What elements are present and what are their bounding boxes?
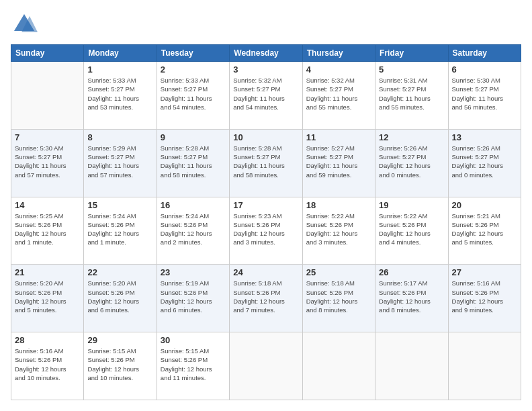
week-row-2: 7Sunrise: 5:30 AM Sunset: 5:27 PM Daylig… bbox=[11, 129, 521, 197]
day-number: 12 bbox=[379, 132, 444, 142]
calendar-cell: 13Sunrise: 5:26 AM Sunset: 5:27 PM Dayli… bbox=[448, 129, 521, 197]
calendar-cell: 21Sunrise: 5:20 AM Sunset: 5:26 PM Dayli… bbox=[11, 265, 84, 332]
calendar-cell: 15Sunrise: 5:24 AM Sunset: 5:26 PM Dayli… bbox=[84, 197, 157, 265]
day-number: 14 bbox=[15, 200, 80, 210]
calendar-cell bbox=[375, 332, 448, 400]
calendar-cell: 14Sunrise: 5:25 AM Sunset: 5:26 PM Dayli… bbox=[11, 197, 84, 265]
day-info: Sunrise: 5:18 AM Sunset: 5:26 PM Dayligh… bbox=[306, 279, 371, 314]
day-number: 25 bbox=[306, 267, 371, 277]
day-info: Sunrise: 5:20 AM Sunset: 5:26 PM Dayligh… bbox=[15, 279, 80, 314]
logo-icon bbox=[11, 11, 38, 38]
day-number: 16 bbox=[161, 200, 226, 210]
calendar-cell: 30Sunrise: 5:15 AM Sunset: 5:26 PM Dayli… bbox=[157, 332, 229, 400]
calendar-cell: 27Sunrise: 5:16 AM Sunset: 5:26 PM Dayli… bbox=[448, 265, 521, 332]
day-number: 18 bbox=[306, 200, 371, 210]
header bbox=[11, 11, 521, 38]
calendar-cell: 25Sunrise: 5:18 AM Sunset: 5:26 PM Dayli… bbox=[302, 265, 375, 332]
day-info: Sunrise: 5:17 AM Sunset: 5:26 PM Dayligh… bbox=[379, 279, 444, 314]
day-info: Sunrise: 5:32 AM Sunset: 5:27 PM Dayligh… bbox=[233, 76, 298, 111]
page: SundayMondayTuesdayWednesdayThursdayFrid… bbox=[0, 0, 532, 411]
calendar-cell: 18Sunrise: 5:22 AM Sunset: 5:26 PM Dayli… bbox=[302, 197, 375, 265]
day-number: 29 bbox=[87, 335, 152, 345]
calendar-cell: 8Sunrise: 5:29 AM Sunset: 5:27 PM Daylig… bbox=[84, 129, 157, 197]
calendar-cell: 2Sunrise: 5:33 AM Sunset: 5:27 PM Daylig… bbox=[157, 62, 229, 130]
calendar-cell bbox=[11, 62, 84, 130]
day-info: Sunrise: 5:21 AM Sunset: 5:26 PM Dayligh… bbox=[452, 212, 517, 247]
day-number: 7 bbox=[15, 132, 80, 142]
day-info: Sunrise: 5:26 AM Sunset: 5:27 PM Dayligh… bbox=[379, 144, 444, 179]
day-number: 13 bbox=[452, 132, 517, 142]
day-number: 2 bbox=[161, 64, 226, 75]
calendar-cell: 26Sunrise: 5:17 AM Sunset: 5:26 PM Dayli… bbox=[375, 265, 448, 332]
calendar-cell: 5Sunrise: 5:31 AM Sunset: 5:27 PM Daylig… bbox=[375, 62, 448, 130]
day-info: Sunrise: 5:20 AM Sunset: 5:26 PM Dayligh… bbox=[87, 279, 152, 314]
day-number: 4 bbox=[306, 64, 371, 75]
day-number: 23 bbox=[161, 267, 226, 277]
week-row-5: 28Sunrise: 5:16 AM Sunset: 5:26 PM Dayli… bbox=[11, 332, 521, 400]
day-info: Sunrise: 5:31 AM Sunset: 5:27 PM Dayligh… bbox=[379, 76, 444, 111]
weekday-header-tuesday: Tuesday bbox=[157, 45, 229, 62]
calendar-cell: 9Sunrise: 5:28 AM Sunset: 5:27 PM Daylig… bbox=[157, 129, 229, 197]
calendar-table: SundayMondayTuesdayWednesdayThursdayFrid… bbox=[11, 44, 521, 400]
calendar-cell: 6Sunrise: 5:30 AM Sunset: 5:27 PM Daylig… bbox=[448, 62, 521, 130]
day-info: Sunrise: 5:28 AM Sunset: 5:27 PM Dayligh… bbox=[161, 144, 226, 179]
day-info: Sunrise: 5:24 AM Sunset: 5:26 PM Dayligh… bbox=[161, 212, 226, 247]
day-number: 1 bbox=[87, 64, 152, 75]
day-number: 20 bbox=[452, 200, 517, 210]
week-row-3: 14Sunrise: 5:25 AM Sunset: 5:26 PM Dayli… bbox=[11, 197, 521, 265]
calendar-cell: 1Sunrise: 5:33 AM Sunset: 5:27 PM Daylig… bbox=[84, 62, 157, 130]
calendar-cell: 22Sunrise: 5:20 AM Sunset: 5:26 PM Dayli… bbox=[84, 265, 157, 332]
weekday-header-monday: Monday bbox=[84, 45, 157, 62]
calendar-cell bbox=[302, 332, 375, 400]
day-number: 27 bbox=[452, 267, 517, 277]
calendar-cell: 12Sunrise: 5:26 AM Sunset: 5:27 PM Dayli… bbox=[375, 129, 448, 197]
day-number: 24 bbox=[233, 267, 298, 277]
day-number: 21 bbox=[15, 267, 80, 277]
day-info: Sunrise: 5:33 AM Sunset: 5:27 PM Dayligh… bbox=[161, 76, 226, 111]
day-info: Sunrise: 5:22 AM Sunset: 5:26 PM Dayligh… bbox=[379, 212, 444, 247]
day-number: 22 bbox=[87, 267, 152, 277]
day-number: 6 bbox=[452, 64, 517, 75]
calendar-cell: 7Sunrise: 5:30 AM Sunset: 5:27 PM Daylig… bbox=[11, 129, 84, 197]
day-number: 17 bbox=[233, 200, 298, 210]
weekday-header-thursday: Thursday bbox=[302, 45, 375, 62]
calendar-cell: 17Sunrise: 5:23 AM Sunset: 5:26 PM Dayli… bbox=[230, 197, 302, 265]
week-row-1: 1Sunrise: 5:33 AM Sunset: 5:27 PM Daylig… bbox=[11, 62, 521, 130]
calendar-cell bbox=[448, 332, 521, 400]
day-number: 15 bbox=[87, 200, 152, 210]
weekday-header-wednesday: Wednesday bbox=[230, 45, 302, 62]
calendar-cell: 23Sunrise: 5:19 AM Sunset: 5:26 PM Dayli… bbox=[157, 265, 229, 332]
day-info: Sunrise: 5:16 AM Sunset: 5:26 PM Dayligh… bbox=[15, 347, 80, 382]
day-info: Sunrise: 5:25 AM Sunset: 5:26 PM Dayligh… bbox=[15, 212, 80, 247]
day-number: 19 bbox=[379, 200, 444, 210]
day-info: Sunrise: 5:15 AM Sunset: 5:26 PM Dayligh… bbox=[161, 347, 226, 382]
day-number: 26 bbox=[379, 267, 444, 277]
day-number: 28 bbox=[15, 335, 80, 345]
day-info: Sunrise: 5:27 AM Sunset: 5:27 PM Dayligh… bbox=[306, 144, 371, 179]
calendar-cell: 28Sunrise: 5:16 AM Sunset: 5:26 PM Dayli… bbox=[11, 332, 84, 400]
day-info: Sunrise: 5:26 AM Sunset: 5:27 PM Dayligh… bbox=[452, 144, 517, 179]
calendar-cell: 10Sunrise: 5:28 AM Sunset: 5:27 PM Dayli… bbox=[230, 129, 302, 197]
day-info: Sunrise: 5:30 AM Sunset: 5:27 PM Dayligh… bbox=[15, 144, 80, 179]
day-info: Sunrise: 5:19 AM Sunset: 5:26 PM Dayligh… bbox=[161, 279, 226, 314]
day-info: Sunrise: 5:32 AM Sunset: 5:27 PM Dayligh… bbox=[306, 76, 371, 111]
day-number: 9 bbox=[161, 132, 226, 142]
day-info: Sunrise: 5:33 AM Sunset: 5:27 PM Dayligh… bbox=[87, 76, 152, 111]
calendar-cell: 4Sunrise: 5:32 AM Sunset: 5:27 PM Daylig… bbox=[302, 62, 375, 130]
day-number: 11 bbox=[306, 132, 371, 142]
day-number: 10 bbox=[233, 132, 298, 142]
day-info: Sunrise: 5:30 AM Sunset: 5:27 PM Dayligh… bbox=[452, 76, 517, 111]
day-info: Sunrise: 5:29 AM Sunset: 5:27 PM Dayligh… bbox=[87, 144, 152, 179]
day-info: Sunrise: 5:16 AM Sunset: 5:26 PM Dayligh… bbox=[452, 279, 517, 314]
day-number: 5 bbox=[379, 64, 444, 75]
logo bbox=[11, 11, 38, 38]
calendar-cell: 24Sunrise: 5:18 AM Sunset: 5:26 PM Dayli… bbox=[230, 265, 302, 332]
weekday-header-saturday: Saturday bbox=[448, 45, 521, 62]
calendar-cell: 29Sunrise: 5:15 AM Sunset: 5:26 PM Dayli… bbox=[84, 332, 157, 400]
week-row-4: 21Sunrise: 5:20 AM Sunset: 5:26 PM Dayli… bbox=[11, 265, 521, 332]
day-info: Sunrise: 5:24 AM Sunset: 5:26 PM Dayligh… bbox=[87, 212, 152, 247]
calendar-cell: 3Sunrise: 5:32 AM Sunset: 5:27 PM Daylig… bbox=[230, 62, 302, 130]
weekday-header-row: SundayMondayTuesdayWednesdayThursdayFrid… bbox=[11, 45, 521, 62]
calendar-cell: 19Sunrise: 5:22 AM Sunset: 5:26 PM Dayli… bbox=[375, 197, 448, 265]
day-info: Sunrise: 5:18 AM Sunset: 5:26 PM Dayligh… bbox=[233, 279, 298, 314]
